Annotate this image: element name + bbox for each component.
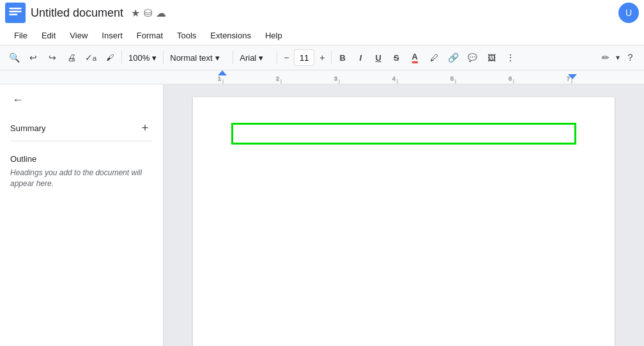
- divider-2: [163, 51, 164, 64]
- font-size-area: − +: [280, 49, 328, 67]
- svg-text:1: 1: [218, 75, 221, 82]
- ruler-inner: 1 2 3 4 5 6 7: [164, 70, 644, 84]
- svg-text:6: 6: [509, 75, 512, 82]
- zoom-value: 100%: [128, 53, 150, 63]
- title-icons: ★ ⛁ ☁: [131, 7, 166, 19]
- folder-icon[interactable]: ⛁: [144, 7, 152, 19]
- strikethrough-button[interactable]: S: [388, 49, 404, 67]
- document-text-input[interactable]: [231, 123, 576, 145]
- menu-insert[interactable]: Insert: [95, 28, 129, 43]
- sidebar: ← Summary + Outline Headings you add to …: [0, 84, 164, 346]
- undo-button[interactable]: ↩: [24, 49, 42, 67]
- back-arrow-button[interactable]: ←: [10, 92, 26, 107]
- style-value: Normal text: [170, 53, 212, 63]
- svg-marker-5: [218, 70, 227, 75]
- paint-format-button[interactable]: 🖌: [101, 49, 119, 67]
- print-button[interactable]: 🖨: [63, 49, 80, 67]
- star-icon[interactable]: ★: [131, 7, 140, 19]
- divider-1: [121, 51, 122, 64]
- svg-text:2: 2: [276, 75, 279, 82]
- svg-rect-2: [9, 11, 21, 12]
- menu-extensions[interactable]: Extensions: [204, 28, 257, 43]
- toolbar-right: ✏ ▾ ？: [597, 49, 639, 67]
- add-summary-button[interactable]: +: [137, 120, 153, 136]
- spellcheck-button[interactable]: ✓a: [82, 49, 100, 67]
- doc-page[interactable]: [193, 97, 615, 346]
- sidebar-header: ←: [10, 92, 153, 107]
- font-select[interactable]: Arial ▾: [236, 49, 274, 67]
- underline-button[interactable]: U: [370, 49, 387, 67]
- menu-file[interactable]: File: [8, 28, 34, 43]
- outline-label: Outline: [10, 154, 153, 164]
- link-button[interactable]: 🔗: [444, 49, 462, 67]
- top-right-area: U: [618, 3, 639, 23]
- search-button[interactable]: 🔍: [5, 49, 23, 67]
- style-chevron-icon: ▾: [215, 53, 220, 63]
- image-button[interactable]: 🖼: [482, 49, 500, 67]
- edit-mode-chevron-icon[interactable]: ▾: [616, 53, 620, 62]
- toolbar: 🔍 ↩ ↪ 🖨 ✓a 🖌 100% ▾ Normal text ▾ Arial …: [0, 45, 644, 70]
- zoom-chevron-icon: ▾: [152, 53, 157, 63]
- menu-bar: File Edit View Insert Format Tools Exten…: [0, 26, 644, 45]
- highlight-button[interactable]: 🖊: [425, 49, 443, 67]
- more-button[interactable]: ⋮: [502, 49, 519, 67]
- menu-edit[interactable]: Edit: [35, 28, 62, 43]
- outline-section: Outline Headings you add to the document…: [10, 154, 153, 189]
- cloud-icon[interactable]: ☁: [156, 7, 166, 19]
- divider-5: [331, 51, 332, 64]
- font-size-input[interactable]: [294, 49, 314, 66]
- svg-text:3: 3: [334, 75, 337, 82]
- menu-view[interactable]: View: [63, 28, 94, 43]
- ruler-svg: 1 2 3 4 5 6 7: [164, 70, 644, 84]
- text-cursor-area[interactable]: [231, 123, 576, 145]
- redo-button[interactable]: ↪: [43, 49, 61, 67]
- main-content: ← Summary + Outline Headings you add to …: [0, 84, 644, 346]
- summary-header: Summary +: [10, 118, 153, 138]
- doc-area[interactable]: [164, 84, 644, 346]
- menu-format[interactable]: Format: [130, 28, 169, 43]
- style-select[interactable]: Normal text ▾: [166, 49, 230, 67]
- font-value: Arial: [240, 53, 256, 63]
- zoom-select[interactable]: 100% ▾: [125, 49, 160, 67]
- svg-rect-0: [5, 3, 26, 23]
- app-icon: [5, 3, 26, 23]
- font-size-decrease-button[interactable]: −: [280, 49, 293, 67]
- divider-3: [233, 51, 233, 64]
- svg-rect-3: [9, 14, 17, 15]
- user-avatar[interactable]: U: [618, 3, 639, 23]
- menu-tools[interactable]: Tools: [171, 28, 203, 43]
- doc-title[interactable]: Untitled document: [31, 6, 123, 20]
- text-color-button[interactable]: A: [406, 49, 424, 67]
- summary-divider: [10, 141, 153, 141]
- ruler: 1 2 3 4 5 6 7: [0, 70, 644, 84]
- font-chevron-icon: ▾: [259, 53, 263, 63]
- svg-text:7: 7: [567, 75, 570, 82]
- svg-rect-1: [9, 8, 21, 9]
- font-size-increase-button[interactable]: +: [316, 49, 328, 67]
- divider-4: [277, 51, 277, 64]
- svg-text:5: 5: [450, 75, 454, 82]
- bold-button[interactable]: B: [334, 49, 351, 67]
- summary-label: Summary: [10, 123, 46, 133]
- italic-button[interactable]: I: [352, 49, 369, 67]
- title-bar: Untitled document ★ ⛁ ☁ U: [0, 0, 644, 26]
- outline-hint: Headings you add to the document will ap…: [10, 168, 153, 189]
- comment-button[interactable]: 💬: [463, 49, 481, 67]
- menu-help[interactable]: Help: [259, 28, 289, 43]
- svg-text:4: 4: [392, 75, 395, 82]
- summary-section: Summary +: [10, 118, 153, 144]
- edit-mode-button[interactable]: ✏: [597, 49, 615, 67]
- help-button[interactable]: ？: [621, 49, 639, 67]
